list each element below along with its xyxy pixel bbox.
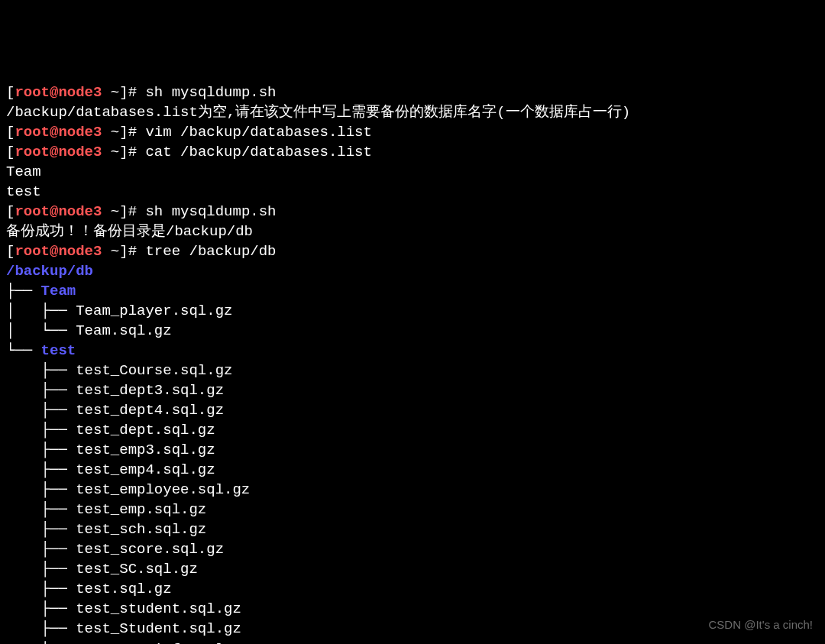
terminal-line: [root@node3 ~]# vim /backup/databases.li…	[6, 122, 819, 142]
terminal-line: /backup/databases.list为空,请在该文件中写上需要备份的数据…	[6, 102, 819, 122]
terminal-line: ├── test_SC.sql.gz	[6, 559, 819, 579]
terminal-line: [root@node3 ~]# sh mysqldump.sh	[6, 202, 819, 222]
prompt-bracket-open: [	[6, 84, 15, 101]
prompt-bracket-close: ]#	[119, 144, 145, 160]
terminal-line: ├── test.sql.gz	[6, 579, 819, 599]
terminal-line: [root@node3 ~]# tree /backup/db	[6, 241, 819, 261]
terminal-line: ├── test_sch.sql.gz	[6, 519, 819, 539]
prompt-bracket-close: ]#	[119, 203, 145, 220]
command-text: tree /backup/db	[145, 243, 276, 260]
terminal-line: └── test	[6, 341, 819, 361]
command-text: sh mysqldump.sh	[145, 203, 276, 220]
prompt-user-host: root@node3	[15, 124, 102, 141]
prompt-bracket-close: ]#	[119, 84, 145, 101]
terminal-line: ├── Team	[6, 281, 819, 301]
prompt-path: ~	[102, 84, 119, 101]
prompt-path: ~	[102, 243, 119, 260]
command-text: vim /backup/databases.list	[145, 124, 371, 141]
prompt-bracket-open: [	[6, 243, 15, 260]
command-text: cat /backup/databases.list	[145, 144, 371, 160]
prompt-user-host: root@node3	[15, 144, 102, 160]
terminal-line: Team	[6, 162, 819, 182]
terminal-line: ├── test_student.sql.gz	[6, 599, 819, 619]
terminal-area[interactable]: [root@node3 ~]# sh mysqldump.sh/backup/d…	[6, 83, 819, 644]
terminal-line: ├── test_emp3.sql.gz	[6, 440, 819, 460]
terminal-line: ├── test_score.sql.gz	[6, 539, 819, 559]
prompt-bracket-open: [	[6, 144, 15, 160]
tree-branch: ├──	[6, 283, 41, 299]
terminal-line: │ ├── Team_player.sql.gz	[6, 301, 819, 321]
prompt-bracket-open: [	[6, 203, 15, 220]
tree-branch: └──	[6, 342, 41, 359]
prompt-user-host: root@node3	[15, 84, 102, 101]
terminal-line: └── test_stu_info.sql.gz	[6, 639, 819, 645]
prompt-bracket-close: ]#	[119, 124, 145, 141]
terminal-line: [root@node3 ~]# sh mysqldump.sh	[6, 83, 819, 102]
prompt-bracket-open: [	[6, 124, 15, 141]
terminal-line: ├── test_dept3.sql.gz	[6, 380, 819, 400]
terminal-line: ├── test_Student.sql.gz	[6, 619, 819, 639]
terminal-line: ├── test_Course.sql.gz	[6, 361, 819, 380]
terminal-line: 备份成功！！备份目录是/backup/db	[6, 222, 819, 241]
terminal-line: test	[6, 182, 819, 202]
prompt-user-host: root@node3	[15, 243, 102, 260]
watermark-text: CSDN @It's a cinch!	[709, 617, 813, 633]
prompt-path: ~	[102, 124, 119, 141]
terminal-line: │ └── Team.sql.gz	[6, 321, 819, 341]
terminal-line: ├── test_employee.sql.gz	[6, 480, 819, 500]
prompt-user-host: root@node3	[15, 203, 102, 220]
prompt-bracket-close: ]#	[119, 243, 145, 260]
terminal-line: [root@node3 ~]# cat /backup/databases.li…	[6, 142, 819, 162]
dir-name: Team	[41, 283, 76, 299]
command-text: sh mysqldump.sh	[145, 84, 276, 101]
terminal-line: ├── test_dept4.sql.gz	[6, 400, 819, 420]
terminal-line: /backup/db	[6, 261, 819, 281]
dir-name: test	[41, 342, 76, 359]
terminal-line: ├── test_dept.sql.gz	[6, 420, 819, 440]
prompt-path: ~	[102, 203, 119, 220]
prompt-path: ~	[102, 144, 119, 160]
terminal-line: ├── test_emp4.sql.gz	[6, 460, 819, 480]
terminal-line: ├── test_emp.sql.gz	[6, 500, 819, 519]
